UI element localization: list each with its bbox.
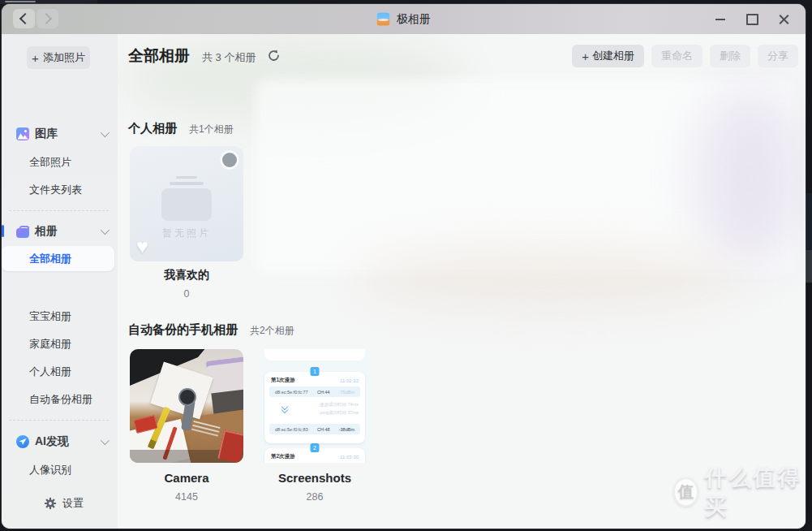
window-title: 极相册 xyxy=(397,12,431,27)
desktop-background xyxy=(806,250,812,283)
settings-label: 设置 xyxy=(62,496,84,511)
background-blur xyxy=(353,245,742,310)
album-name[interactable]: Camera xyxy=(130,471,243,485)
sidebar-item-personal-album[interactable]: 个人相册 xyxy=(2,361,114,382)
sidebar-item-baby-album[interactable]: 宝宝相册 xyxy=(2,306,114,327)
minimize-icon xyxy=(715,19,725,20)
divider xyxy=(9,210,109,211)
settings-button[interactable]: 设置 xyxy=(44,496,84,511)
background-blur xyxy=(256,79,795,274)
close-button[interactable] xyxy=(773,9,794,30)
gallery-section-label: 图库 xyxy=(35,127,58,141)
window-controls xyxy=(710,4,806,34)
sidebar-item-all-photos[interactable]: 全部照片 xyxy=(2,152,114,173)
share-button[interactable]: 分享 xyxy=(758,45,798,67)
divider xyxy=(9,420,109,421)
chevron-down-icon xyxy=(101,226,110,235)
photo-stack-icon xyxy=(176,176,197,179)
sidebar-item-auto-backup-album[interactable]: 自动备份相册 xyxy=(2,389,114,410)
camera-album-thumbnail xyxy=(130,349,243,463)
step-badge: 2 xyxy=(311,443,320,452)
sidebar-section-ai[interactable]: AI发现 xyxy=(2,431,118,452)
sidebar-item-scene-classification[interactable]: 场景分类 xyxy=(2,487,114,491)
window-title-area: 极相册 xyxy=(2,4,806,34)
album-card-camera[interactable] xyxy=(130,349,243,463)
section-count: 共1个相册 xyxy=(189,123,234,136)
maximize-icon xyxy=(746,14,758,25)
backup-albums-section-header: 自动备份的手机相册 共2个相册 xyxy=(128,322,294,338)
minimize-button[interactable] xyxy=(710,9,731,30)
albums-section-label: 相册 xyxy=(35,224,58,239)
titlebar: 极相册 xyxy=(2,4,806,34)
desktop-background xyxy=(806,193,812,250)
toolbar: + 创建相册 重命名 删除 分享 xyxy=(572,45,798,67)
refresh-icon[interactable] xyxy=(267,49,281,63)
album-photo-count: 286 xyxy=(258,491,372,503)
chevron-down-icon xyxy=(101,128,110,137)
sidebar-section-albums[interactable]: 相册 xyxy=(2,221,118,242)
maximize-button[interactable] xyxy=(741,9,763,30)
select-circle-icon[interactable] xyxy=(222,153,237,167)
ai-section-label: AI发现 xyxy=(35,434,69,449)
add-photos-button[interactable]: + 添加照片 xyxy=(27,46,90,69)
watermark-badge: 值 xyxy=(673,477,698,507)
sidebar-item-all-albums[interactable]: 全部相册 xyxy=(2,246,114,271)
sidebar-nav: 图库 全部照片 文件夹列表 相册 全部相册 宝宝相册 xyxy=(2,93,118,491)
step-badge: 1 xyxy=(311,367,320,376)
album-total-count: 共 3 个相册 xyxy=(202,50,256,65)
section-title: 个人相册 xyxy=(128,121,177,136)
photo-stack-icon xyxy=(161,188,212,221)
personal-albums-section-header: 个人相册 共1个相册 xyxy=(128,121,234,136)
album-icon xyxy=(16,228,29,238)
rename-button[interactable]: 重命名 xyxy=(651,45,702,67)
album-name[interactable]: Screenshots xyxy=(258,471,372,485)
album-card-favorites[interactable]: 暂无照片 ♥ xyxy=(130,146,243,261)
sidebar-item-face-recognition[interactable]: 人像识别 xyxy=(2,460,114,481)
album-name[interactable]: 我喜欢的 xyxy=(130,268,243,283)
background-blur xyxy=(698,91,803,266)
album-card-screenshots[interactable]: 第1次漫游 11:02:32 d8:ec:5e:f0:fc:77 CH:44 -… xyxy=(258,349,372,463)
chevron-down-icon xyxy=(101,436,110,445)
gallery-icon xyxy=(16,127,29,140)
watermark-text: 什么值得买 xyxy=(705,463,806,521)
app-logo-icon xyxy=(376,12,390,26)
page-title: 全部相册 xyxy=(128,45,190,67)
album-photo-count: 0 xyxy=(130,288,243,300)
add-photos-label: 添加照片 xyxy=(43,50,85,65)
plus-icon: + xyxy=(32,52,39,64)
close-icon xyxy=(779,14,789,24)
heart-icon: ♥ xyxy=(136,235,148,258)
sidebar: + 添加照片 图库 全部照片 文件夹列表 相册 xyxy=(2,34,118,529)
chevron-double-down-icon xyxy=(282,404,288,410)
album-photo-count: 4145 xyxy=(130,491,243,503)
photo-stack-icon xyxy=(170,182,204,185)
main-content: 全部相册 共 3 个相册 + 创建相册 重命名 删除 分享 个人相册 共1个相册 xyxy=(118,34,806,529)
gear-icon xyxy=(44,497,57,510)
plus-icon: + xyxy=(582,50,589,63)
sidebar-item-folder-list[interactable]: 文件夹列表 xyxy=(2,179,114,201)
ai-discovery-icon xyxy=(16,435,29,448)
create-album-button[interactable]: + 创建相册 xyxy=(572,45,644,67)
page-header: 全部相册 共 3 个相册 xyxy=(128,45,281,67)
sidebar-section-gallery[interactable]: 图库 xyxy=(2,123,118,145)
screenshots-album-thumbnail: 第1次漫游 11:02:32 d8:ec:5e:f0:fc:77 CH:44 -… xyxy=(258,349,372,463)
section-title: 自动备份的手机相册 xyxy=(128,322,238,338)
section-count: 共2个相册 xyxy=(250,324,294,338)
delete-button[interactable]: 删除 xyxy=(710,45,750,67)
smzdm-watermark: 值 什么值得买 xyxy=(673,463,806,521)
sidebar-item-family-album[interactable]: 家庭相册 xyxy=(2,334,114,355)
app-window: 极相册 + 添加照片 图库 全部照片 文件夹列表 xyxy=(2,4,806,529)
